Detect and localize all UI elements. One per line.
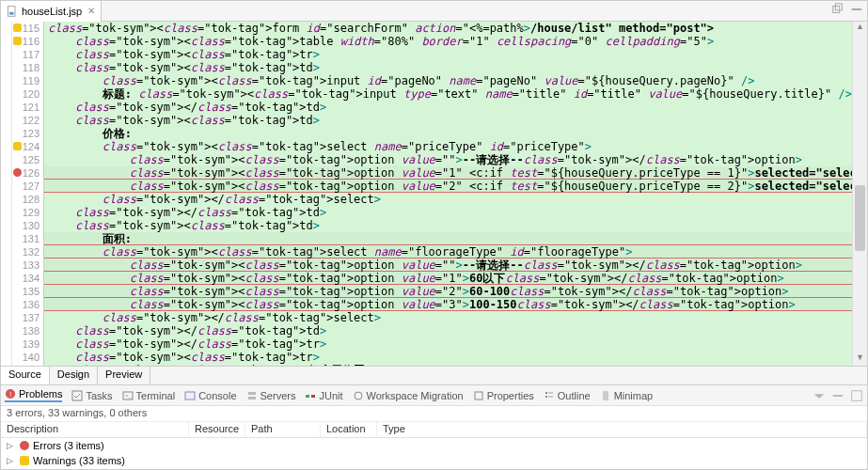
code-line[interactable]: class="tok-sym"><class="tok-tag">form id… bbox=[44, 22, 852, 35]
file-tab-houselist[interactable]: houseList.jsp ✕ bbox=[1, 1, 102, 22]
code-line[interactable]: class="tok-sym"><class="tok-tag">tr> bbox=[44, 48, 852, 61]
tab-source[interactable]: Source bbox=[1, 367, 50, 384]
svg-rect-18 bbox=[548, 392, 553, 394]
line-number: 121 bbox=[12, 101, 43, 114]
tab-servers[interactable]: Servers bbox=[246, 390, 296, 401]
tab-tasks[interactable]: Tasks bbox=[71, 390, 112, 401]
tab-console[interactable]: Console bbox=[184, 390, 236, 401]
tab-properties[interactable]: Properties bbox=[473, 390, 534, 401]
expand-toggle-icon[interactable]: ▷ bbox=[7, 456, 16, 465]
line-number: 122 bbox=[12, 114, 43, 127]
code-line[interactable]: class="tok-sym"></class="tok-tag">select… bbox=[44, 193, 852, 206]
tab-terminal[interactable]: >_Terminal bbox=[122, 390, 176, 401]
bottom-view-tabs: ! Problems Tasks >_Terminal Console Serv… bbox=[1, 385, 867, 406]
code-line[interactable]: class="tok-sym"></class="tok-tag">select… bbox=[44, 311, 852, 324]
line-number: 123 bbox=[12, 127, 43, 140]
marker-ruler bbox=[1, 22, 12, 366]
line-number: 140 bbox=[12, 351, 43, 364]
svg-rect-13 bbox=[306, 395, 309, 398]
code-line[interactable]: class="tok-sym"><class="tok-tag">tr> bbox=[44, 351, 852, 364]
line-number: 135 bbox=[12, 285, 43, 298]
code-line[interactable]: class="tok-sym"><class="tok-tag">td> bbox=[44, 219, 852, 232]
error-icon bbox=[20, 441, 29, 450]
svg-rect-19 bbox=[545, 396, 547, 398]
minimize-view-icon[interactable] bbox=[831, 389, 844, 402]
svg-rect-4 bbox=[852, 8, 862, 10]
code-line[interactable]: class="tok-sym"></class="tok-tag">td> bbox=[44, 101, 852, 114]
code-line[interactable]: 价格: bbox=[44, 127, 852, 140]
code-line[interactable]: class="tok-sym"><class="tok-tag">select … bbox=[44, 140, 852, 153]
problems-errors-group[interactable]: ▷ Errors (3 items) bbox=[1, 438, 867, 453]
col-path[interactable]: Path bbox=[245, 422, 321, 437]
vertical-scrollbar[interactable]: ▲ ▼ bbox=[852, 22, 867, 366]
code-line[interactable]: class="tok-sym"><class="tok-tag">option … bbox=[44, 272, 852, 285]
properties-icon bbox=[473, 390, 484, 401]
scroll-down-arrow[interactable]: ▼ bbox=[853, 352, 867, 366]
code-line[interactable]: 面积: bbox=[44, 232, 852, 245]
code-line[interactable]: class="tok-sym"></class="tok-tag">td> bbox=[44, 324, 852, 337]
code-line[interactable]: class="tok-sym"></class="tok-tag">td> bbox=[44, 206, 852, 219]
col-resource[interactable]: Resource bbox=[189, 422, 245, 437]
code-line[interactable]: 标题: class="tok-sym"><class="tok-tag">inp… bbox=[44, 87, 852, 101]
code-line[interactable]: class="tok-sym"><class="tok-tag">option … bbox=[44, 166, 852, 180]
tab-problems[interactable]: ! Problems bbox=[5, 388, 62, 402]
editor-tab-bar: houseList.jsp ✕ bbox=[1, 1, 867, 22]
code-line[interactable]: class="tok-sym"><class="tok-tag">input i… bbox=[44, 74, 852, 87]
code-editor[interactable]: 1151161171181191201211221231241251261271… bbox=[1, 22, 867, 366]
line-number-gutter: 1151161171181191201211221231241251261271… bbox=[12, 22, 44, 366]
line-number: 141 bbox=[12, 364, 43, 366]
svg-rect-11 bbox=[248, 392, 256, 395]
scroll-track[interactable] bbox=[853, 35, 867, 352]
outline-icon bbox=[544, 390, 555, 401]
line-number: 118 bbox=[12, 61, 43, 74]
scroll-thumb[interactable] bbox=[855, 185, 865, 251]
scroll-up-arrow[interactable]: ▲ bbox=[853, 22, 867, 35]
code-line[interactable]: class="tok-sym"></class="tok-tag">tr> bbox=[44, 337, 852, 351]
view-menu-icon[interactable] bbox=[813, 389, 826, 402]
junit-icon bbox=[305, 390, 316, 401]
problems-icon: ! bbox=[5, 388, 16, 400]
code-line[interactable]: class="tok-sym"><class="tok-tag">td>房屋位置… bbox=[44, 364, 852, 366]
code-line[interactable]: class="tok-sym"><class="tok-tag">option … bbox=[44, 180, 852, 193]
col-location[interactable]: Location bbox=[321, 422, 377, 437]
maximize-view-icon[interactable] bbox=[850, 389, 863, 402]
line-number: 115 bbox=[12, 22, 43, 35]
svg-rect-23 bbox=[852, 390, 862, 400]
line-number: 126 bbox=[12, 166, 43, 180]
tab-design[interactable]: Design bbox=[50, 367, 98, 384]
expand-toggle-icon[interactable]: ▷ bbox=[7, 441, 16, 450]
code-content[interactable]: class="tok-sym"><class="tok-tag">form id… bbox=[44, 22, 852, 366]
code-line[interactable]: class="tok-sym"><class="tok-tag">td> bbox=[44, 61, 852, 74]
close-tab-icon[interactable]: ✕ bbox=[87, 6, 95, 16]
svg-rect-14 bbox=[311, 395, 315, 398]
problems-warnings-group[interactable]: ▷ Warnings (33 items) bbox=[1, 453, 867, 468]
restore-icon[interactable] bbox=[831, 3, 844, 16]
tab-preview[interactable]: Preview bbox=[98, 367, 150, 384]
code-line[interactable]: class="tok-sym"><class="tok-tag">table w… bbox=[44, 35, 852, 48]
bottom-panel: ! Problems Tasks >_Terminal Console Serv… bbox=[1, 384, 867, 469]
tab-minimap[interactable]: Minimap bbox=[600, 390, 654, 401]
line-number: 131 bbox=[12, 232, 43, 245]
tab-junit[interactable]: JUnit bbox=[305, 390, 342, 401]
svg-rect-20 bbox=[548, 396, 553, 398]
problems-table: Description Resource Path Location Type … bbox=[1, 421, 867, 469]
col-type[interactable]: Type bbox=[377, 422, 867, 437]
tab-outline[interactable]: Outline bbox=[544, 390, 591, 401]
code-line[interactable]: class="tok-sym"><class="tok-tag">option … bbox=[44, 153, 852, 166]
code-line[interactable]: class="tok-sym"><class="tok-tag">option … bbox=[44, 285, 852, 298]
code-line[interactable]: class="tok-sym"><class="tok-tag">option … bbox=[44, 298, 852, 311]
code-line[interactable]: class="tok-sym"><class="tok-tag">select … bbox=[44, 245, 852, 258]
problems-header-row: Description Resource Path Location Type bbox=[1, 421, 867, 438]
code-line[interactable]: class="tok-sym"><class="tok-tag">td> bbox=[44, 114, 852, 127]
code-line[interactable]: class="tok-sym"><class="tok-tag">option … bbox=[44, 258, 852, 272]
line-number: 136 bbox=[12, 298, 43, 311]
tasks-icon bbox=[71, 390, 83, 401]
svg-text:!: ! bbox=[9, 390, 11, 399]
col-description[interactable]: Description bbox=[1, 422, 189, 437]
svg-rect-7 bbox=[72, 391, 82, 400]
svg-text:>_: >_ bbox=[125, 393, 133, 399]
tab-workspace-migration[interactable]: Workspace Migration bbox=[353, 390, 464, 401]
line-number: 129 bbox=[12, 206, 43, 219]
line-number: 127 bbox=[12, 180, 43, 193]
minimize-pane-icon[interactable] bbox=[850, 3, 863, 16]
